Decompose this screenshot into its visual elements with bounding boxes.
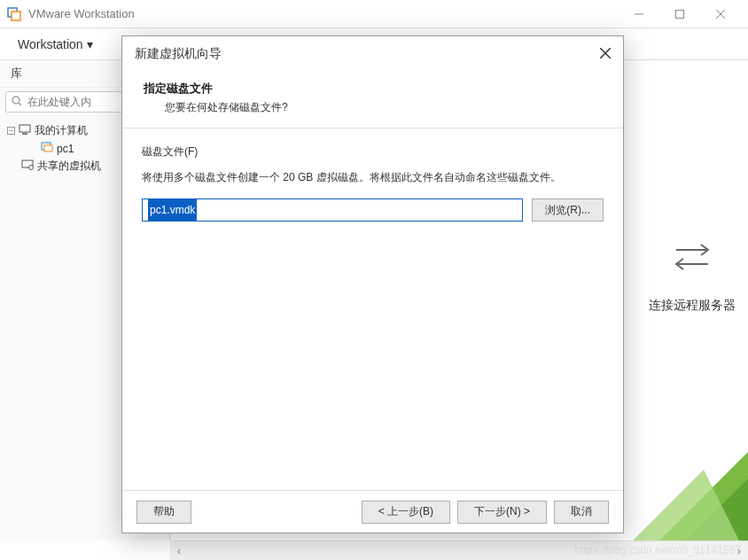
window-buttons bbox=[619, 0, 741, 28]
tree-pc-label: pc1 bbox=[57, 143, 74, 155]
disk-file-description: 将使用多个磁盘文件创建一个 20 GB 虚拟磁盘。将根据此文件名自动命名这些磁盘… bbox=[142, 168, 604, 186]
dialog-close-button[interactable] bbox=[600, 46, 611, 62]
help-button[interactable]: 帮助 bbox=[136, 501, 191, 524]
app-title: VMware Workstation bbox=[28, 7, 619, 20]
cancel-button[interactable]: 取消 bbox=[554, 501, 609, 524]
connect-remote-label: 连接远程服务器 bbox=[649, 298, 736, 314]
horizontal-scrollbar[interactable]: ‹ › bbox=[170, 541, 748, 560]
dialog-titlebar: 新建虚拟机向导 bbox=[122, 36, 623, 72]
collapse-icon[interactable]: − bbox=[7, 127, 15, 135]
dialog-footer: 帮助 < 上一步(B) 下一步(N) > 取消 bbox=[122, 490, 623, 533]
brand-decoration bbox=[606, 443, 748, 541]
svg-point-6 bbox=[12, 97, 19, 104]
hscroll-right-button[interactable]: › bbox=[730, 541, 748, 561]
disk-file-input[interactable]: pc1.vmdk bbox=[142, 198, 523, 222]
svg-rect-3 bbox=[676, 10, 684, 18]
hscroll-left-button[interactable]: ‹ bbox=[170, 541, 188, 561]
shared-vm-icon bbox=[21, 159, 34, 173]
dialog-heading: 指定磁盘文件 bbox=[144, 81, 602, 97]
svg-rect-1 bbox=[12, 12, 20, 20]
back-button[interactable]: < 上一步(B) bbox=[362, 501, 450, 524]
disk-file-label: 磁盘文件(F) bbox=[142, 144, 604, 159]
svg-point-13 bbox=[29, 166, 34, 170]
workstation-menu-label: Workstation bbox=[18, 37, 83, 51]
browse-button[interactable]: 浏览(R)... bbox=[532, 198, 604, 222]
dialog-title: 新建虚拟机向导 bbox=[135, 46, 222, 62]
tree-root-label: 我的计算机 bbox=[35, 123, 88, 138]
minimize-button[interactable] bbox=[619, 0, 659, 28]
close-button[interactable] bbox=[700, 0, 741, 28]
dialog-body: 磁盘文件(F) 将使用多个磁盘文件创建一个 20 GB 虚拟磁盘。将根据此文件名… bbox=[122, 128, 623, 490]
disk-file-value: pc1.vmdk bbox=[148, 199, 197, 221]
svg-line-7 bbox=[19, 103, 21, 105]
vm-icon bbox=[41, 142, 53, 155]
chevron-down-icon: ▾ bbox=[87, 37, 93, 51]
transfer-icon bbox=[671, 239, 713, 282]
disk-file-row: pc1.vmdk 浏览(R)... bbox=[142, 198, 604, 222]
svg-rect-8 bbox=[19, 125, 30, 132]
connect-remote-tile[interactable]: 连接远程服务器 bbox=[649, 239, 736, 314]
svg-rect-11 bbox=[44, 145, 52, 152]
computer-icon bbox=[19, 124, 31, 137]
titlebar: VMware Workstation bbox=[0, 0, 748, 28]
new-vm-wizard-dialog: 新建虚拟机向导 指定磁盘文件 您要在何处存储磁盘文件? 磁盘文件(F) 将使用多… bbox=[121, 35, 624, 533]
maximize-button[interactable] bbox=[659, 0, 700, 28]
workstation-menu[interactable]: Workstation ▾ bbox=[11, 34, 100, 55]
app-logo-icon bbox=[7, 7, 21, 21]
search-icon bbox=[12, 96, 22, 109]
tree-shared-label: 共享的虚拟机 bbox=[37, 159, 101, 174]
next-button[interactable]: 下一步(N) > bbox=[457, 501, 547, 524]
dialog-subheading: 您要在何处存储磁盘文件? bbox=[144, 100, 602, 115]
dialog-header: 指定磁盘文件 您要在何处存储磁盘文件? bbox=[122, 72, 623, 128]
